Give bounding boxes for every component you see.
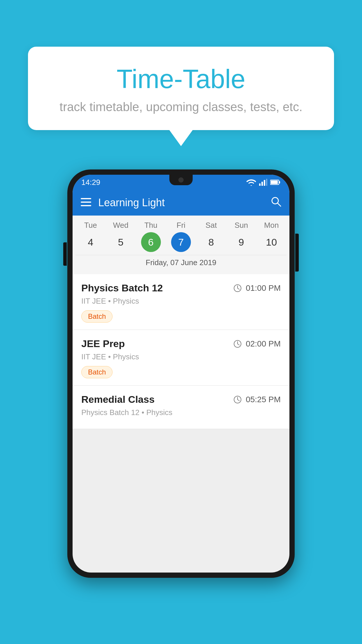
class-meta: IIT JEE • Physics [81,352,281,361]
class-item[interactable]: JEE Prep 02:00 PMIIT JEE • PhysicsBatch [73,330,289,386]
calendar-day[interactable]: Wed5 [107,221,135,252]
phone-notch [169,175,193,185]
feature-card: Time-Table track timetable, upcoming cla… [28,47,334,146]
svg-rect-1 [261,182,263,186]
svg-rect-9 [81,205,91,206]
status-icons [246,179,281,186]
class-meta: IIT JEE • Physics [81,297,281,306]
day-name: Thu [144,221,157,230]
svg-point-10 [272,197,278,204]
day-name: Tue [84,221,97,230]
class-item-header: Remedial Class 05:25 PM [81,394,281,405]
phone-body: 14:29 [67,169,295,578]
hamburger-menu-icon[interactable] [81,197,91,209]
batch-badge: Batch [81,366,113,378]
svg-rect-7 [81,198,91,199]
class-name: Physics Batch 12 [81,282,163,294]
status-time: 14:29 [81,178,100,187]
batch-badge: Batch [81,310,113,323]
day-name: Fri [177,221,185,230]
calendar-day[interactable]: Thu6 [137,221,165,252]
class-list: Physics Batch 12 01:00 PMIIT JEE • Physi… [73,274,289,429]
clock-icon [233,284,242,292]
speech-bubble-tail [169,130,193,146]
day-name: Mon [264,221,279,230]
calendar-day[interactable]: Sat8 [197,221,225,252]
day-number[interactable]: 4 [81,232,101,252]
class-item[interactable]: Remedial Class 05:25 PMPhysics Batch 12 … [73,386,289,429]
feature-subtitle: track timetable, upcoming classes, tests… [51,100,311,114]
calendar-day[interactable]: Mon10 [257,221,285,252]
svg-line-14 [238,288,239,289]
day-number[interactable]: 8 [201,232,221,252]
speech-bubble: Time-Table track timetable, upcoming cla… [28,47,334,130]
feature-title: Time-Table [51,64,311,94]
day-number[interactable]: 5 [111,232,131,252]
day-name: Sat [205,221,217,230]
day-name: Sun [235,221,248,230]
day-number[interactable]: 7 [171,232,191,252]
day-number[interactable]: 6 [141,232,161,252]
class-item[interactable]: Physics Batch 12 01:00 PMIIT JEE • Physi… [73,274,289,330]
days-row: Tue4Wed5Thu6Fri7Sat8Sun9Mon10 [75,221,287,252]
camera [178,177,184,183]
calendar-strip: Tue4Wed5Thu6Fri7Sat8Sun9Mon10 Friday, 07… [73,216,289,274]
app-bar: Learning Light [73,190,289,216]
phone-mockup: 14:29 [67,169,295,578]
clock-icon [233,340,242,348]
signal-icon [259,179,267,186]
class-time: 02:00 PM [233,339,281,349]
phone-screen: 14:29 [73,175,289,573]
search-icon[interactable] [271,196,281,209]
svg-rect-3 [266,179,267,186]
calendar-day[interactable]: Tue4 [77,221,105,252]
app-title: Learning Light [98,197,271,209]
svg-rect-8 [81,202,91,203]
svg-line-17 [238,344,239,345]
calendar-day[interactable]: Fri7 [167,221,195,252]
svg-rect-0 [259,183,261,186]
clock-icon [233,396,242,404]
day-name: Wed [113,221,129,230]
class-meta: Physics Batch 12 • Physics [81,408,281,417]
class-item-header: Physics Batch 12 01:00 PM [81,282,281,294]
day-number[interactable]: 10 [261,232,281,252]
svg-line-20 [238,400,239,401]
svg-line-11 [278,203,281,206]
svg-rect-2 [264,180,265,186]
battery-icon [270,179,281,186]
class-item-header: JEE Prep 02:00 PM [81,338,281,349]
class-time: 01:00 PM [233,284,281,293]
day-number[interactable]: 9 [231,232,251,252]
class-name: JEE Prep [81,338,125,349]
class-name: Remedial Class [81,394,154,405]
class-time: 05:25 PM [233,395,281,404]
svg-rect-5 [271,181,278,184]
calendar-day[interactable]: Sun9 [227,221,255,252]
selected-date-label: Friday, 07 June 2019 [75,255,287,271]
wifi-icon [246,179,256,186]
svg-rect-6 [279,181,280,183]
